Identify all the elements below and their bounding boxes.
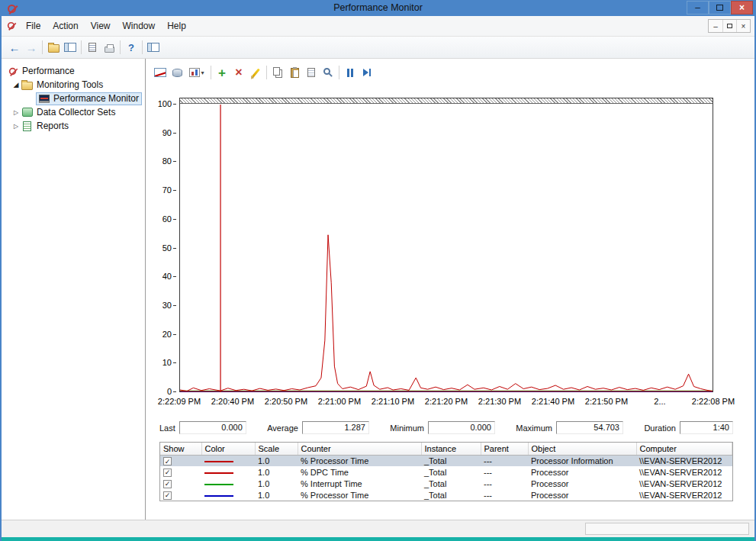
menu-window[interactable]: Window — [117, 18, 162, 34]
menu-help[interactable]: Help — [161, 18, 192, 34]
tree-item-data-collector-sets[interactable]: ▷ Data Collector Sets — [2, 105, 145, 119]
status-bar — [2, 520, 754, 537]
scale-cell: 1.0 — [255, 466, 298, 478]
show-checkbox[interactable] — [163, 491, 172, 500]
child-close-button[interactable]: × — [736, 20, 750, 32]
series-processor-time-information — [180, 235, 713, 391]
restore-icon — [727, 24, 732, 28]
computer-cell: \\EVAN-SERVER2012 — [636, 466, 732, 478]
new-window-icon — [147, 43, 159, 52]
up-one-level-button[interactable] — [45, 39, 62, 56]
system-menu-icon[interactable] — [8, 20, 14, 31]
app-icon — [8, 2, 16, 16]
graph-type-icon — [189, 68, 200, 77]
tree-item-label: Performance Monitor — [53, 93, 139, 104]
add-counter-button[interactable]: + — [214, 64, 230, 81]
instance-cell: _Total — [421, 466, 481, 478]
child-minimize-button[interactable]: – — [709, 20, 722, 32]
child-restore-button[interactable] — [722, 20, 736, 32]
maximize-button[interactable] — [709, 1, 731, 14]
collapsed-arrow-icon[interactable]: ▷ — [11, 109, 21, 116]
properties-button[interactable] — [303, 64, 320, 81]
chevron-down-icon: ▾ — [201, 69, 204, 76]
view-current-activity-button[interactable] — [152, 64, 169, 81]
column-header-object[interactable]: Object — [528, 443, 636, 455]
new-window-button[interactable] — [145, 39, 162, 56]
counter-row[interactable]: 1.0 % Processor Time _Total --- Processo… — [160, 489, 732, 501]
counter-row[interactable]: 1.0 % Processor Time _Total --- Processo… — [160, 455, 732, 466]
menu-file[interactable]: File — [20, 18, 47, 34]
menu-bar: File Action View Window Help – × — [2, 16, 754, 37]
column-header-color[interactable]: Color — [201, 443, 255, 455]
maximize-icon — [716, 5, 723, 11]
y-tick-label: 50 — [146, 243, 176, 253]
y-tick-label: 20 — [146, 329, 176, 340]
paste-icon — [291, 68, 299, 78]
chart-canvas — [180, 105, 713, 392]
paste-counter-list-button[interactable] — [286, 64, 303, 81]
x-tick-label: 2:21:30 PM — [478, 397, 521, 406]
expanded-arrow-icon[interactable]: ◢ — [11, 81, 21, 89]
back-button[interactable]: ← — [6, 39, 23, 56]
freeze-display-button[interactable] — [342, 64, 359, 81]
stats-bar: Last0.000 Average1.287 Minimum0.000 Maxi… — [159, 421, 733, 434]
computer-cell: \\EVAN-SERVER2012 — [636, 455, 732, 466]
x-tick-label: 2:21:50 PM — [585, 397, 628, 406]
tree-item-monitoring-tools[interactable]: ◢ Monitoring Tools — [2, 78, 145, 92]
help-icon: ? — [128, 42, 134, 53]
log-data-icon — [172, 69, 182, 77]
export-list-button[interactable] — [84, 39, 101, 56]
color-sample — [204, 472, 233, 474]
column-header-counter[interactable]: Counter — [298, 443, 421, 455]
show-checkbox[interactable] — [163, 480, 172, 488]
y-tick-label: 0 — [146, 386, 176, 397]
show-hide-console-tree-button[interactable] — [62, 39, 79, 56]
minimize-icon: – — [695, 2, 700, 13]
column-header-show[interactable]: Show — [160, 443, 201, 455]
titlebar[interactable]: Performance Monitor – × — [2, 0, 754, 16]
copy-properties-button[interactable] — [269, 64, 286, 81]
show-checkbox[interactable] — [163, 469, 172, 477]
zoom-button[interactable] — [320, 64, 336, 81]
column-header-computer[interactable]: Computer — [636, 443, 732, 455]
tree-item-label: Data Collector Sets — [37, 107, 115, 118]
column-header-parent[interactable]: Parent — [481, 443, 528, 455]
tree-item-performance[interactable]: Performance — [2, 64, 145, 78]
tree-item-performance-monitor[interactable]: Performance Monitor — [2, 92, 145, 105]
close-button[interactable]: × — [731, 1, 753, 14]
delete-counter-button[interactable]: × — [230, 64, 247, 81]
collapsed-arrow-icon[interactable]: ▷ — [11, 123, 21, 130]
update-data-button[interactable] — [359, 64, 375, 81]
last-label: Last — [159, 423, 175, 433]
show-checkbox[interactable] — [163, 457, 172, 465]
column-header-scale[interactable]: Scale — [255, 443, 298, 455]
x-tick-label: 2:20:40 PM — [211, 397, 254, 406]
magnifier-icon — [323, 68, 330, 75]
main-area: Performance ◢ Monitoring Tools Performan… — [2, 59, 754, 520]
forward-button[interactable]: → — [23, 39, 40, 56]
back-arrow-icon: ← — [9, 41, 21, 54]
duration-label: Duration — [644, 423, 676, 433]
counter-row[interactable]: 1.0 % DPC Time _Total --- Processor \\EV… — [160, 466, 732, 478]
scale-cell: 1.0 — [255, 455, 298, 466]
plot-area[interactable] — [179, 98, 713, 392]
minimize-button[interactable]: – — [687, 1, 709, 14]
folder-up-icon — [48, 44, 60, 53]
column-header-instance[interactable]: Instance — [421, 443, 481, 455]
view-log-data-button[interactable] — [169, 64, 185, 81]
y-tick-label: 30 — [146, 300, 176, 311]
print-button[interactable] — [101, 39, 117, 56]
performance-monitor-window: Performance Monitor – × File Action View… — [0, 0, 756, 541]
menu-action[interactable]: Action — [47, 18, 84, 34]
menu-view[interactable]: View — [85, 18, 117, 34]
help-button[interactable]: ? — [123, 39, 140, 56]
change-graph-type-button[interactable]: ▾ — [185, 64, 208, 81]
pause-icon — [347, 69, 353, 77]
highlight-button[interactable] — [247, 64, 264, 81]
current-activity-icon — [154, 68, 166, 77]
tree-item-label: Monitoring Tools — [37, 79, 103, 90]
x-tick-label: 2:21:40 PM — [532, 397, 574, 406]
tree-item-reports[interactable]: ▷ Reports — [2, 119, 145, 133]
counter-row[interactable]: 1.0 % Interrupt Time _Total --- Processo… — [160, 478, 732, 489]
copy-icon — [273, 67, 280, 76]
